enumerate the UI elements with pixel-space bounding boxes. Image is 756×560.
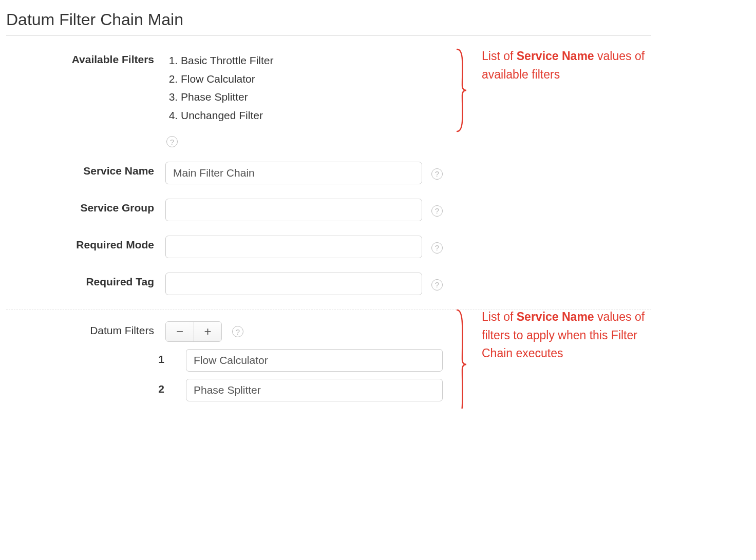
- service-group-label: Service Group: [80, 202, 154, 214]
- help-icon[interactable]: ?: [431, 205, 443, 217]
- page-title: Datum Filter Chain Main: [6, 0, 651, 36]
- list-item: Phase Splitter: [181, 88, 453, 106]
- datum-filters-label: Datum Filters: [90, 324, 154, 336]
- available-filters-list: Basic Throttle Filter Flow Calculator Ph…: [165, 51, 453, 125]
- help-icon[interactable]: ?: [166, 136, 178, 147]
- list-item: Basic Throttle Filter: [181, 51, 453, 70]
- required-tag-label: Required Tag: [86, 276, 154, 287]
- service-name-input[interactable]: [165, 162, 422, 184]
- filter-index: 2: [158, 383, 164, 395]
- required-tag-input[interactable]: [165, 273, 422, 295]
- available-filters-label: Available Filters: [72, 53, 154, 65]
- service-group-input[interactable]: [165, 199, 422, 221]
- list-item: Flow Calculator: [181, 70, 453, 88]
- service-name-label: Service Name: [83, 165, 154, 177]
- brace-icon: [453, 47, 467, 133]
- annotation-available-filters: List of Service Name values of available…: [482, 47, 646, 84]
- add-remove-group: − +: [165, 321, 222, 342]
- required-mode-label: Required Mode: [76, 239, 154, 250]
- help-icon[interactable]: ?: [232, 326, 243, 337]
- add-filter-button[interactable]: +: [194, 322, 221, 341]
- required-mode-input[interactable]: [165, 236, 422, 258]
- brace-icon: [453, 308, 467, 409]
- filter-index: 1: [158, 353, 164, 365]
- help-icon[interactable]: ?: [431, 279, 443, 291]
- datum-filter-input[interactable]: [186, 349, 443, 372]
- annotation-datum-filters: List of Service Name values of filters t…: [482, 308, 646, 363]
- datum-filter-input[interactable]: [186, 379, 443, 401]
- list-item: Unchanged Filter: [181, 106, 453, 125]
- help-icon[interactable]: ?: [431, 168, 443, 180]
- remove-filter-button[interactable]: −: [166, 322, 194, 341]
- help-icon[interactable]: ?: [431, 242, 443, 254]
